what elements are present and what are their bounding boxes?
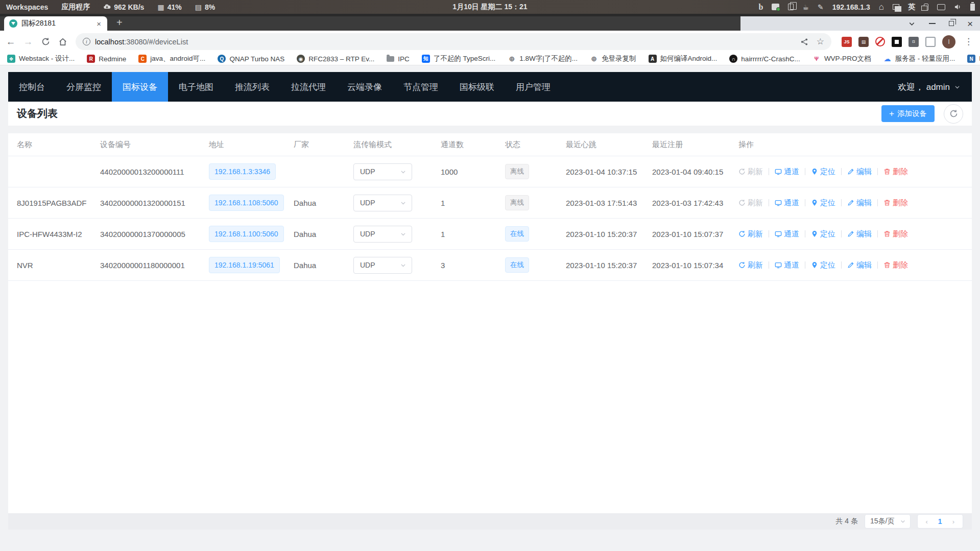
bookmark-folder-ipc[interactable]: IPC [387,55,410,63]
op-delete[interactable]: 删除 [883,260,908,270]
picker-tray-icon[interactable]: ✎ [818,3,824,11]
bookmark-star-icon[interactable]: ☆ [817,36,824,47]
next-page-button[interactable]: › [947,518,960,525]
op-locate[interactable]: 定位 [811,260,835,270]
op-delete[interactable]: 删除 [883,167,908,177]
bookmark-hdatmos[interactable]: NHDAtmos :: 种子 *... [967,54,980,63]
bookmark-server[interactable]: ☁服务器 - 轻量应用... [883,54,955,63]
bookmark-android-build[interactable]: A如何编译Android... [649,54,718,63]
new-tab-button[interactable]: + [112,17,127,29]
page-size-select[interactable]: 15条/页 [865,514,910,529]
op-locate[interactable]: 定位 [811,167,835,177]
bookmark-rfc2833[interactable]: ◉RFC2833 – RTP Ev... [297,55,374,63]
nav-item-gb-devices[interactable]: 国标设备 [112,72,168,102]
nav-item-console[interactable]: 控制台 [8,72,56,102]
tab-search-chevron-icon[interactable] [908,20,916,28]
address-bar[interactable]: i localhost:38080/#/deviceList ☆ [76,33,831,50]
extension-js-icon[interactable]: JS [842,37,852,47]
bookmark-qnap[interactable]: QQNAP Turbo NAS [218,55,284,63]
volume-icon[interactable] [954,3,962,11]
nav-item-user-manage[interactable]: 用户管理 [505,72,561,102]
coffee-tray-icon[interactable]: ☕ [802,3,809,11]
stream-mode-select[interactable]: UDP [353,257,412,274]
extension-dark-icon[interactable]: ▤ [858,37,869,47]
browser-tab[interactable]: 国标28181 × [4,16,107,31]
op-refresh[interactable]: 刷新 [738,229,763,239]
op-locate[interactable]: 定位 [811,229,835,239]
op-edit[interactable]: 编辑 [847,167,872,177]
op-channel[interactable]: 通道 [775,260,799,270]
reload-button[interactable] [38,34,53,50]
close-window-button[interactable]: × [967,19,973,29]
phone-link-icon[interactable] [924,4,928,11]
nav-item-node-manage[interactable]: 节点管理 [393,72,449,102]
extensions-puzzle-icon[interactable]: ⌑ [909,37,919,47]
back-button[interactable]: ← [3,34,18,50]
address-tag: 192.168.1.108:5060 [209,195,284,211]
tab-title: 国标28181 [21,19,90,28]
battery-icon [970,4,975,11]
bookmark-copy-free[interactable]: ⊕免登录复制 [590,54,636,63]
cell-name: 8J01915PAGB3ADF [17,199,100,207]
browser-toolbar: ← → i localhost:38080/#/deviceList ☆ JS … [0,31,980,53]
extension-blocker-icon[interactable] [875,37,885,46]
restore-button[interactable] [949,21,954,26]
site-info-icon[interactable]: i [83,38,90,45]
cell-heartbeat: 2023-01-10 15:20:37 [566,261,652,270]
extension-frame-icon[interactable] [892,37,902,47]
op-channel[interactable]: 通道 [775,229,799,239]
workspaces-button[interactable]: Workspaces [6,3,48,11]
rfc-icon: ◉ [297,55,305,63]
bookmark-redmine[interactable]: RRedmine [87,55,126,63]
current-page[interactable]: 1 [933,517,947,525]
prev-page-button[interactable]: ‹ [921,518,933,525]
display-icon[interactable] [937,4,945,10]
stream-mode-select[interactable]: UDP [353,226,412,243]
nav-item-pull-proxy[interactable]: 拉流代理 [280,72,337,102]
op-edit[interactable]: 编辑 [847,229,872,239]
add-device-button[interactable]: + 添加设备 [881,105,935,122]
browser-home-button[interactable] [55,34,70,50]
refresh-list-button[interactable] [944,104,963,124]
op-refresh[interactable]: 刷新 [738,260,763,270]
tab-close-icon[interactable]: × [94,19,103,29]
nav-item-gb-cascade[interactable]: 国标级联 [449,72,505,102]
share-icon[interactable] [800,38,808,46]
cell-name: NVR [17,261,100,270]
bookmark-typescript[interactable]: 知了不起的 TypeScri... [422,54,496,63]
bookmark-github[interactable]: ∩hairrrrr/C-CrashC... [729,55,800,63]
zhihu-icon: 知 [422,55,430,63]
op-delete[interactable]: 删除 [883,198,908,208]
browser-menu-icon[interactable]: ⋮ [962,36,975,47]
bookmark-wvp-docs[interactable]: ΨWVP-PRO文档 [812,54,871,63]
clipboard-tray-icon[interactable] [788,4,794,10]
stream-mode-select[interactable]: UDP [353,163,412,180]
bookmark-java-android[interactable]: Cjava、android可... [138,54,205,63]
op-delete[interactable]: 删除 [883,229,908,239]
extension-white-icon[interactable] [925,37,936,47]
screenshot-tray-icon[interactable] [772,4,779,10]
minimize-button[interactable] [929,23,936,24]
input-method-indicator[interactable]: 英 [908,3,915,12]
stream-mode-select[interactable]: UDP [353,195,412,211]
home-tray-icon[interactable]: ⌂ [879,2,884,12]
op-edit[interactable]: 编辑 [847,260,872,270]
status-badge: 在线 [505,226,529,242]
windows-tray-icon[interactable] [893,4,899,10]
bing-tray-icon[interactable]: b [759,3,763,12]
nav-item-map[interactable]: 电子地图 [168,72,224,102]
nav-item-split-monitor[interactable]: 分屏监控 [56,72,112,102]
nav-item-push-list[interactable]: 推流列表 [224,72,280,102]
bookmark-webstack[interactable]: ❖Webstack - 设计... [7,54,75,63]
op-edit[interactable]: 编辑 [847,198,872,208]
ip-address-indicator[interactable]: 192.168.1.3 [832,3,870,11]
op-channel[interactable]: 通道 [775,198,799,208]
op-channel[interactable]: 通道 [775,167,799,177]
nav-item-cloud-record[interactable]: 云端录像 [337,72,393,102]
op-locate[interactable]: 定位 [811,198,835,208]
applications-menu[interactable]: 应用程序 [61,3,90,12]
profile-avatar[interactable]: I [942,35,955,49]
cell-channels: 1 [441,230,505,238]
user-menu[interactable]: 欢迎， admin [898,72,972,102]
bookmark-18w[interactable]: ⊕1.8W字|了不起的... [508,54,578,63]
